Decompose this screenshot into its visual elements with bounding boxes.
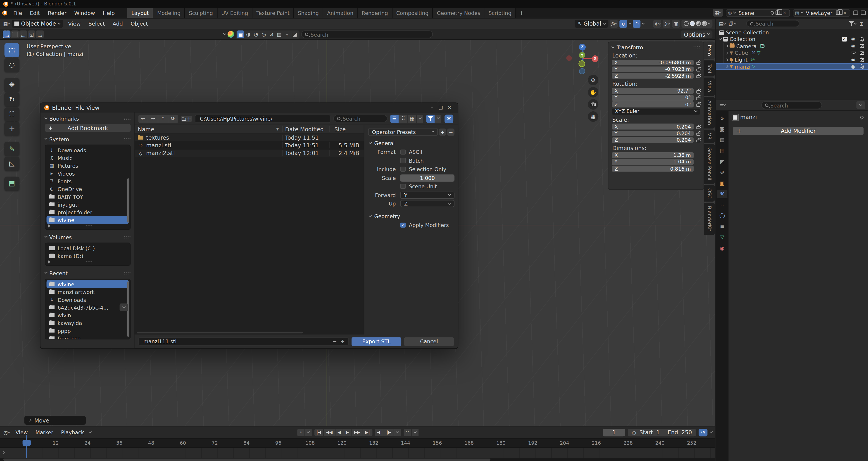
resize-handle-icon[interactable] [48,224,51,228]
select-mode-subtract-icon[interactable]: ⬚ [20,31,27,38]
editor-type-icon[interactable]: ◷ [3,428,10,436]
rotation-z-field[interactable]: Z0° [612,101,693,107]
eye-icon[interactable]: ◉ [850,57,856,62]
view-mode-dropdown[interactable] [417,114,424,123]
add-bookmark-button[interactable]: +Add Bookmark [45,124,130,132]
properties-tab-object-data[interactable]: ▽ [717,233,727,241]
properties-tab-output[interactable]: ▤ [717,136,727,144]
up-dropdown[interactable]: Z [400,200,455,207]
npanel-tab[interactable]: Tool [704,60,715,76]
editor-menus-icon[interactable]: ▦ [713,9,723,17]
batch-checkbox[interactable] [400,158,405,163]
scale-tool[interactable]: ⛶ [4,107,20,121]
workspace-tab[interactable]: Scripting [485,8,516,18]
npanel-tab[interactable]: OSC [704,185,715,202]
pivot-point-icon[interactable]: ◎ [610,20,618,27]
jump-to-start-button[interactable]: |◀ [314,428,324,436]
recent-item-wivin[interactable]: wivin [46,311,129,319]
show-gizmo-icon[interactable]: ↯ [653,20,661,27]
eye-icon[interactable]: ◉ [850,44,856,49]
properties-tab-particles[interactable]: ∴ [717,201,727,209]
new-folder-button[interactable]: 🗀+ [181,116,192,122]
npanel-tab-item[interactable]: Item [704,42,715,59]
tool-search-input[interactable] [311,31,429,37]
npanel-tab[interactable]: View [704,78,715,96]
dialog-maximize-button[interactable]: ▢ [436,105,445,110]
tool-search[interactable] [301,31,433,38]
file-search[interactable] [333,115,388,122]
lock-icon[interactable] [696,126,700,129]
timeline-tick[interactable]: 180 [496,440,505,445]
lock-icon[interactable] [696,97,700,100]
add-cube-tool[interactable]: ⬒ [4,176,20,190]
system-scrollbar[interactable] [127,178,129,223]
move-tool[interactable]: ✥ [4,78,20,92]
prev-keyframe-button[interactable]: ◀◀ [324,428,335,436]
scene-selector[interactable]: ◍ Scene × [726,9,790,17]
timeline-tick[interactable]: 204 [560,440,569,445]
record-dropdown[interactable] [305,428,312,436]
rotate-tool[interactable]: ↻ [4,93,20,106]
workspace-tab[interactable]: Compositing [392,8,433,18]
zoom-icon[interactable]: ⊕ [588,75,598,85]
timeline-tick[interactable]: 168 [464,440,474,445]
record-button[interactable]: ◦ [298,428,305,436]
viewport-menu-item[interactable]: Add [109,21,127,27]
window-titlebar[interactable]: * (Unsaved) - Blender 5.0.1 [0,0,868,8]
current-frame-field[interactable]: 1 [603,428,625,436]
render-visibility-icon[interactable] [859,37,864,41]
npanel-tab[interactable]: VR [704,129,715,143]
system-item-downloads[interactable]: ↓ Downloads [46,146,129,154]
snap-target-icon-1[interactable]: ▣ [237,31,244,38]
cursor-tool[interactable]: ◌ [4,58,20,72]
geometry-section-header[interactable]: Geometry [369,213,455,219]
file-row[interactable]: ◇manzi.stl Today 11:51 5.5 MiB [134,142,364,149]
auto-keying-icon[interactable]: ◠ [403,428,412,436]
timeline-tick[interactable]: 144 [401,440,410,445]
select-mode-extend-icon[interactable]: ⬛ [11,31,19,38]
refresh-button[interactable]: ⟳ [168,114,178,123]
viewlayer-selector[interactable]: ▧ ViewLayer × [793,9,850,17]
render-display-icon[interactable] [861,11,866,15]
filter-dropdown[interactable] [435,114,441,123]
blender-menu-icon[interactable] [0,8,9,18]
snap-target-icon-3[interactable]: ◔ [252,31,260,38]
timeline-tick[interactable]: 228 [623,440,633,445]
annotate-tool[interactable]: ✎ [4,142,20,155]
file-list-hscrollbar[interactable] [137,332,303,334]
step-back-button[interactable]: ◀| [375,428,384,436]
keying-set-button[interactable]: ◔ [699,428,707,436]
viewport-menu-item[interactable]: Object [127,21,152,27]
expand-icon[interactable] [725,65,728,68]
eye-icon[interactable]: ◉ [850,37,856,42]
timeline-tick[interactable]: 48 [148,440,154,445]
workspace-tab[interactable]: Rendering [358,8,393,18]
outliner-row-light[interactable]: Light ◎ ◉ [716,56,868,63]
render-visibility-icon[interactable] [859,65,864,68]
frame-range-fields[interactable]: ◷ Start 1 End 250 [628,428,696,436]
timeline-tick[interactable]: 72 [212,440,218,445]
select-mode-invert-icon[interactable]: ◱ [28,31,35,38]
properties-tab-material[interactable]: ◉ [717,244,727,252]
outliner-search-input[interactable] [755,21,795,27]
copy-scene-icon[interactable] [776,11,779,15]
npanel-tab[interactable]: BlenderKit [704,203,715,235]
timeline-track[interactable] [0,448,715,458]
step-dropdown[interactable] [394,428,401,436]
workspace-tab[interactable]: UV Editing [217,8,252,18]
options-dropdown[interactable]: Options [681,31,712,38]
transform-tool[interactable]: ✛ [4,122,20,135]
end-value[interactable]: 250 [681,429,692,435]
timeline-menu-item[interactable]: Marker [32,429,57,435]
gizmo-axis-z[interactable]: Z [579,44,586,50]
lock-icon[interactable] [696,62,700,65]
location-x-field[interactable]: X-0.096803 m [612,60,693,65]
recent-section-header[interactable]: Recent [45,269,130,277]
scale-y-field[interactable]: Y0.204 [612,130,693,136]
properties-tab-tool[interactable]: ⚙ [717,114,727,122]
operator-panel[interactable]: Move [25,416,86,425]
lock-icon[interactable] [696,133,700,136]
view-horizontal-list-icon[interactable]: ⠿ [399,114,408,123]
properties-tab-scene[interactable]: ◩ [717,157,727,166]
sort-descending-icon[interactable]: ▼ [276,127,279,131]
